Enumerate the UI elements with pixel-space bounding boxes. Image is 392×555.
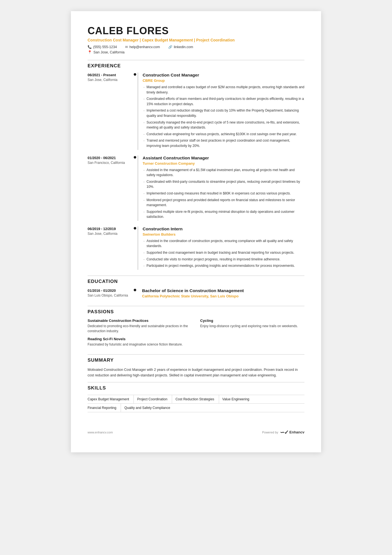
skills-title: SKILLS (88, 385, 304, 391)
enhancv-logo: ∽✓ Enhancv (280, 429, 304, 436)
exp-bullet-2-4: Supported multiple store re-fit projects… (143, 209, 304, 219)
passion-name-2: Cycling (200, 319, 304, 323)
edu-dot-line-1 (132, 288, 138, 300)
passion-desc-2: Enjoy long-distance cycling and explorin… (200, 324, 304, 329)
exp-bullet-1-1: Coordinated efforts of team members and … (143, 96, 304, 107)
passions-section: PASSIONS Sustainable Construction Practi… (88, 309, 304, 350)
exp-bullet-1-2: Implemented a cost reduction strategy th… (143, 108, 304, 118)
exp-location-2: San Francisco, California (88, 161, 132, 165)
email-contact: ✉ help@enhancv.com (125, 45, 160, 49)
exp-bullet-1-4: Conducted value engineering for various … (143, 132, 304, 137)
passion-desc-1: Dedicated to promoting eco-friendly and … (88, 324, 192, 334)
passion-name-1: Sustainable Construction Practices (88, 319, 192, 323)
city-location: San Jose, California (93, 50, 125, 54)
footer: www.enhancv.com Powered by ∽✓ Enhancv (88, 426, 304, 436)
contact-row: 📞 (555) 555-1234 ✉ help@enhancv.com 🔗 li… (88, 45, 304, 49)
exp-location-1: San Jose, California (88, 78, 132, 82)
passions-divider (88, 306, 304, 306)
skill-4: Value Engineering (222, 395, 254, 403)
logo-icon: ∽✓ (280, 429, 288, 436)
exp-date-col-3: 06/2019 - 12/2019 San Jose, California (88, 226, 132, 270)
passions-col-1: Sustainable Construction Practices Dedic… (88, 319, 192, 350)
skills-row-2: Financial Reporting Quality and Safety C… (88, 404, 304, 412)
exp-title-3: Construction Intern (143, 226, 304, 231)
summary-section: SUMMARY Motivated Construction Cost Mana… (88, 357, 304, 378)
education-title: EDUCATION (88, 279, 304, 284)
skills-divider (88, 382, 304, 383)
exp-date-col-2: 01/2020 - 06/2021 San Francisco, Califor… (88, 156, 132, 221)
header: CALEB FLORES Construction Cost Manager |… (88, 25, 304, 54)
exp-bullet-3-2: Conducted site visits to monitor project… (143, 257, 304, 262)
exp-content-2: Assistant Construction Manager Turner Co… (138, 156, 304, 221)
skill-2: Project Coordination (137, 395, 172, 403)
exp-content-3: Construction Intern Swinerton Builders A… (138, 226, 304, 270)
skill-5: Financial Reporting (88, 404, 121, 412)
exp-bullets-1: Managed and controlled a capex budget of… (143, 85, 304, 149)
passion-item-3: Reading Sci-Fi Novels Fascinated by futu… (88, 337, 192, 347)
candidate-name: CALEB FLORES (88, 25, 304, 37)
education-section: EDUCATION 01/2016 - 01/2020 San Luis Obi… (88, 279, 304, 300)
exp-company-2: Turner Construction Company (143, 161, 304, 166)
exp-bullet-2-0: Assisted in the management of a $1.5M ca… (143, 167, 304, 178)
phone-contact: 📞 (555) 555-1234 (88, 45, 117, 49)
linkedin-url: linkedin.com (174, 45, 193, 49)
experience-title: EXPERIENCE (88, 63, 304, 69)
email-address: help@enhancv.com (129, 45, 160, 49)
exp-dates-2: 01/2020 - 06/2021 (88, 156, 132, 160)
experience-entry-1: 06/2021 - Present San Jose, California C… (88, 73, 304, 150)
education-divider (88, 275, 304, 276)
exp-dates-3: 06/2019 - 12/2019 (88, 227, 132, 231)
skills-row-1: Capex Budget Management Project Coordina… (88, 395, 304, 404)
exp-dot-line-3 (132, 226, 138, 270)
passion-item-2: Cycling Enjoy long-distance cycling and … (200, 319, 304, 329)
education-entry-1: 01/2016 - 01/2020 San Luis Obispo, Calif… (88, 288, 304, 300)
exp-company-1: CBRE Group (143, 78, 304, 83)
passion-name-3: Reading Sci-Fi Novels (88, 337, 192, 341)
exp-bullet-2-1: Coordinated with third-party consultants… (143, 179, 304, 189)
brand-name: Enhancv (289, 430, 304, 434)
edu-date-col-1: 01/2016 - 01/2020 San Luis Obispo, Calif… (88, 288, 132, 300)
edu-location-1: San Luis Obispo, California (88, 293, 132, 297)
powered-by-label: Powered by (262, 431, 278, 434)
skill-3: Cost Reduction Strategies (175, 395, 219, 403)
exp-bullets-3: Assisted in the coordination of construc… (143, 238, 304, 268)
exp-dot-3 (134, 227, 136, 230)
edu-dot-1 (134, 289, 136, 291)
phone-icon: 📞 (88, 45, 92, 49)
skill-6: Quality and Safety Compliance (124, 404, 175, 412)
location-icon: 📍 (88, 50, 92, 54)
edu-dates-1: 01/2016 - 01/2020 (88, 289, 132, 293)
skills-section: SKILLS Capex Budget Management Project C… (88, 385, 304, 412)
edu-content-1: Bachelor of Science in Construction Mana… (138, 288, 304, 300)
footer-website: www.enhancv.com (88, 431, 113, 434)
experience-entry-2: 01/2020 - 06/2021 San Francisco, Califor… (88, 156, 304, 221)
summary-title: SUMMARY (88, 357, 304, 363)
passions-title: PASSIONS (88, 309, 304, 315)
exp-location-3: San Jose, California (88, 232, 132, 236)
exp-date-col-1: 06/2021 - Present San Jose, California (88, 73, 132, 150)
passions-grid: Sustainable Construction Practices Dedic… (88, 319, 304, 350)
exp-bullet-3-0: Assisted in the coordination of construc… (143, 238, 304, 249)
exp-company-3: Swinerton Builders (143, 232, 304, 236)
address-row: 📍 San Jose, California (88, 50, 304, 54)
linkedin-contact: 🔗 linkedin.com (168, 45, 193, 49)
exp-bullet-2-3: Monitored project progress and provided … (143, 198, 304, 208)
exp-dot-1 (134, 73, 136, 76)
exp-dot-line-1 (132, 73, 138, 150)
phone-number: (555) 555-1234 (93, 45, 117, 49)
exp-bullet-2-2: Implemented cost-saving measures that re… (143, 191, 304, 196)
exp-dot-line-2 (132, 156, 138, 221)
exp-bullet-1-5: Trained and mentored junior staff on bes… (143, 138, 304, 148)
experience-divider (88, 60, 304, 60)
skills-rows: Capex Budget Management Project Coordina… (88, 395, 304, 412)
passions-col-2: Cycling Enjoy long-distance cycling and … (200, 319, 304, 350)
exp-dot-2 (134, 156, 136, 159)
skill-1: Capex Budget Management (88, 395, 134, 403)
edu-degree-1: Bachelor of Science in Construction Mana… (142, 288, 304, 293)
edu-school-1: California Polytechnic State University,… (142, 294, 304, 298)
exp-title-1: Construction Cost Manager (143, 73, 304, 78)
summary-text: Motivated Construction Cost Manager with… (88, 367, 304, 378)
email-icon: ✉ (125, 45, 128, 49)
exp-bullet-1-3: Successfully managed the end-to-end proj… (143, 120, 304, 130)
experience-section: EXPERIENCE 06/2021 - Present San Jose, C… (88, 63, 304, 270)
